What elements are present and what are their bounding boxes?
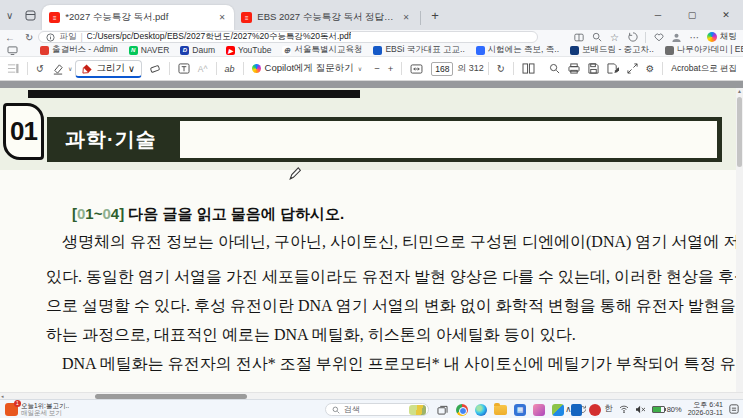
highlighter-caret-icon[interactable]: ∨ xyxy=(68,65,72,72)
toolbar-divider xyxy=(662,62,663,75)
zoom-in-icon[interactable]: + xyxy=(384,63,398,74)
address-bar[interactable]: 파일 | C:/Users/pc/Desktop/EBS/2027학년도/202… xyxy=(38,31,538,43)
tab-answer-pdf[interactable]: ≡ EBS 2027 수능특강 독서 정답과해 ✕ xyxy=(234,5,418,30)
bookmark-item[interactable]: ▶YouTube xyxy=(226,45,271,55)
search-icon xyxy=(332,406,340,414)
fullscreen-icon[interactable] xyxy=(623,63,642,74)
copilot-caret-icon: ∨ xyxy=(358,65,362,72)
taskbar-search[interactable]: 검색 xyxy=(325,403,429,416)
favorite-star-icon[interactable]: ☆ xyxy=(609,32,620,43)
zoom-page-icon[interactable] xyxy=(591,32,602,43)
pen-icon xyxy=(82,63,93,74)
bookmark-device-icon[interactable] xyxy=(7,46,18,55)
vertical-scrollbar[interactable]: ▲ xyxy=(736,88,743,392)
bookmark-label: EBSi 국가대표 고교.. xyxy=(385,44,464,56)
photos-app-icon[interactable] xyxy=(552,404,564,416)
copilot-ask-button[interactable]: Copilot에게 질문하기 ∨ xyxy=(248,62,367,75)
wifi-icon[interactable] xyxy=(619,405,629,413)
favorites-bar-icon[interactable] xyxy=(653,32,664,43)
zoom-out-icon[interactable]: − xyxy=(366,63,384,74)
bookmark-label: 보배드림 - 중고차.. xyxy=(582,44,654,56)
calculator-icon[interactable]: ▦ xyxy=(514,404,526,416)
bookmark-favicon xyxy=(373,46,382,55)
bookmark-label: Daum xyxy=(192,45,215,55)
clock-date: 2026-03-11 xyxy=(688,409,723,417)
bookmark-item[interactable]: 보배드림 - 중고차.. xyxy=(570,44,654,56)
save-icon[interactable] xyxy=(584,63,603,74)
bookmark-item[interactable]: 시험에는 족보, 족.. xyxy=(476,44,559,56)
bookmark-label: 출결버스 - Admin xyxy=(52,44,118,56)
taskbar-clock[interactable]: 오후 6:41 2026-03-11 xyxy=(688,401,723,417)
notification-center-icon[interactable] xyxy=(729,404,739,414)
widget-text: 오늘1위:불고기.. 매일운세 보기 xyxy=(21,402,69,416)
toolbar-divider xyxy=(27,62,28,75)
page-view-icon[interactable] xyxy=(518,63,539,74)
undo-icon[interactable]: ↺ xyxy=(32,63,48,74)
fit-width-icon[interactable] xyxy=(406,64,427,74)
hancom-app-icon[interactable] xyxy=(571,404,582,416)
task-view-icon[interactable] xyxy=(436,403,449,416)
copilot-icon xyxy=(707,32,717,42)
taskbar-widget[interactable]: 1 오늘1위:불고기.. 매일운세 보기 xyxy=(0,402,74,416)
highlighter-icon[interactable] xyxy=(48,63,68,75)
more-menu-icon[interactable]: ⋯ xyxy=(689,32,700,43)
print-icon[interactable] xyxy=(564,63,584,74)
new-tab-button[interactable]: + xyxy=(423,8,447,23)
address-bar-actions: ☆ ⋯ 채팅 xyxy=(573,31,743,43)
unit-title: 과학·기술 xyxy=(65,117,157,162)
collections-icon[interactable] xyxy=(627,32,638,43)
save-as-icon[interactable] xyxy=(603,63,623,74)
bookmark-item[interactable]: EBSi 국가대표 고교.. xyxy=(373,44,464,56)
tab-search-icon[interactable]: ∨ xyxy=(0,10,19,21)
bookmark-label: YouTube xyxy=(238,45,271,55)
maximize-button[interactable]: ▢ xyxy=(675,0,709,30)
copilot-chat-button[interactable]: 채팅 xyxy=(707,31,737,43)
workspaces-icon[interactable] xyxy=(19,10,42,21)
bookmark-item[interactable]: 나무아카데미 | EBS.. xyxy=(665,44,743,56)
profile-avatar-icon[interactable] xyxy=(671,32,682,43)
scroll-up-icon[interactable]: ▲ xyxy=(736,88,743,95)
page-number-input[interactable]: 168 xyxy=(431,62,453,76)
read-aloud-icon[interactable]: ab xyxy=(221,64,239,74)
split-screen-icon[interactable] xyxy=(573,32,584,43)
toolbar-divider xyxy=(243,62,244,75)
bookmark-favicon xyxy=(665,46,674,55)
add-text-icon[interactable]: A^ xyxy=(194,64,212,74)
volume-muted-icon[interactable] xyxy=(635,405,646,414)
search-highlight-image xyxy=(409,405,426,415)
chrome-icon[interactable] xyxy=(456,404,468,416)
ime-korean-indicator[interactable]: 한 xyxy=(604,403,613,415)
refresh-icon[interactable]: ↻ xyxy=(20,32,38,43)
bookmark-item[interactable]: 출결버스 - Admin xyxy=(40,44,118,56)
text-box-icon[interactable] xyxy=(174,63,194,74)
bookmark-item[interactable]: NNAVER xyxy=(129,45,170,55)
rotate-icon[interactable]: ↻ xyxy=(493,63,509,74)
file-explorer-icon[interactable] xyxy=(494,405,507,415)
browser-tab-strip: ∨ ≡ *2027 수능특강 독서.pdf ✕ ≡ EBS 2027 수능특강 … xyxy=(0,0,743,30)
battery-indicator[interactable]: 80% xyxy=(652,405,682,414)
back-icon[interactable]: ← xyxy=(0,32,20,43)
edge-icon[interactable] xyxy=(475,404,487,416)
info-icon[interactable] xyxy=(46,33,55,42)
tab-close-icon[interactable]: ✕ xyxy=(217,12,228,23)
bookmark-item[interactable]: ⊕서울특별시교육청 xyxy=(282,44,362,56)
clock-time: 오후 6:41 xyxy=(693,401,723,409)
start-button[interactable] xyxy=(305,403,318,416)
bookmark-item[interactable]: DDaum xyxy=(180,45,215,55)
toolbar-divider xyxy=(401,62,402,75)
tab-divider xyxy=(420,11,421,25)
minimize-button[interactable]: ─ xyxy=(641,0,675,30)
tab-close-icon[interactable]: ✕ xyxy=(401,12,412,23)
close-button[interactable]: ✕ xyxy=(709,0,743,30)
toc-icon[interactable] xyxy=(0,63,23,74)
vertical-scroll-thumb[interactable] xyxy=(737,97,742,167)
tab-current-pdf[interactable]: ≡ *2027 수능특강 독서.pdf ✕ xyxy=(42,5,234,30)
search-document-icon[interactable] xyxy=(545,63,564,74)
settings-gear-icon[interactable]: ⚙ xyxy=(642,63,659,74)
eraser-icon[interactable] xyxy=(145,63,165,74)
open-in-acrobat-button[interactable]: Acrobat으로 편집 xyxy=(667,63,743,75)
horizontal-scrollbar[interactable]: ◂ xyxy=(0,392,743,399)
draw-button[interactable]: 그리기 ∨ xyxy=(75,60,141,78)
recording-app-icon[interactable] xyxy=(589,404,601,416)
snip-tool-icon[interactable] xyxy=(533,404,545,416)
